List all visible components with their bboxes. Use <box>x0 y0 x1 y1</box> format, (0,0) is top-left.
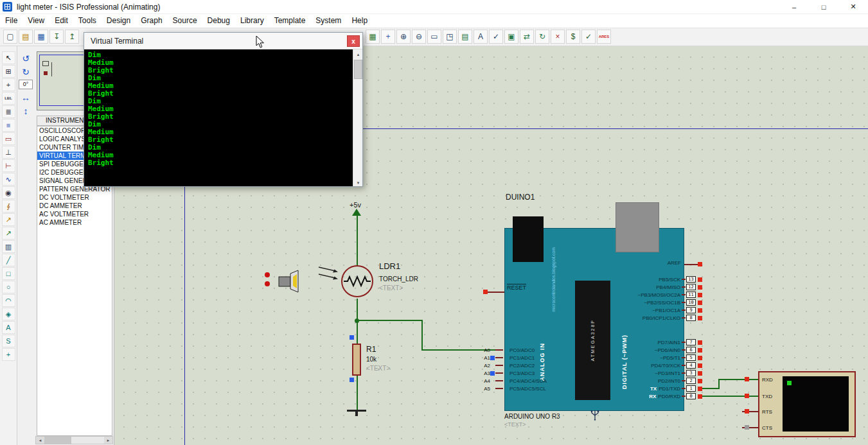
terminal-mode-icon[interactable]: ⊥ <box>2 146 15 159</box>
close-button[interactable]: ✕ <box>838 0 868 13</box>
property-assignment-icon[interactable]: ✓ <box>489 30 503 44</box>
text-script-icon[interactable]: ≣ <box>2 105 15 118</box>
scrollbar-thumb[interactable] <box>354 60 362 79</box>
menu-item[interactable]: Design <box>102 14 136 28</box>
wire[interactable] <box>718 379 720 389</box>
line-2d-icon[interactable]: ╱ <box>2 254 15 266</box>
title-bar[interactable]: light meter - ISIS Professional (Animati… <box>0 0 868 14</box>
torch-increase-button[interactable] <box>265 272 270 277</box>
text-2d-icon[interactable]: A <box>2 321 15 334</box>
instrument-item[interactable]: DC AMMETER <box>37 202 112 210</box>
wire[interactable] <box>357 320 423 321</box>
ldr-component[interactable] <box>341 265 373 297</box>
pin-row[interactable]: PB4/MISO 12 <box>598 283 702 291</box>
component-mode-icon[interactable]: ⊞ <box>2 65 15 78</box>
instrument-item[interactable]: AC AMMETER <box>37 218 112 227</box>
terminal-output-area[interactable]: DimMediumBrightDimMediumBrightDimMediumB… <box>84 49 362 186</box>
wire[interactable] <box>718 379 759 380</box>
find-component-icon[interactable]: A <box>474 30 488 44</box>
origin-icon[interactable]: + <box>381 30 395 44</box>
menu-item[interactable]: Edit <box>49 14 73 28</box>
zoom-all-icon[interactable]: ▭ <box>427 30 441 44</box>
terminal-window-titlebar[interactable]: Virtual Terminal x <box>84 33 362 49</box>
export-icon[interactable]: ↥ <box>65 30 79 44</box>
pin-row[interactable]: A5 PC5/ADC5/SCL <box>479 385 575 392</box>
wire[interactable] <box>421 320 423 351</box>
pin-row[interactable]: ~PB3/MOSI/OC2A 11 <box>598 291 702 299</box>
grid-toggle-icon[interactable]: ▦ <box>366 30 380 44</box>
junction-dot-icon[interactable]: + <box>2 78 15 91</box>
marker-2d-icon[interactable]: + <box>2 348 15 361</box>
menu-item[interactable]: Graph <box>136 14 167 28</box>
menu-item[interactable]: Source <box>168 14 202 28</box>
block-copy-icon[interactable]: ▣ <box>504 30 518 44</box>
rotation-angle-field[interactable]: 0° <box>19 80 33 89</box>
open-file-icon[interactable]: ▤ <box>19 30 33 44</box>
box-2d-icon[interactable]: □ <box>2 267 15 280</box>
scroll-up-icon[interactable]: ▲ <box>353 49 362 59</box>
wire[interactable] <box>357 376 358 410</box>
scrollbar-track[interactable] <box>44 437 104 444</box>
current-probe-icon[interactable]: ↗ <box>2 227 15 240</box>
save-file-icon[interactable]: ▦ <box>34 30 48 44</box>
pin-row[interactable]: ~PD3/INT1 3 <box>591 369 702 377</box>
wire[interactable] <box>702 396 759 397</box>
menu-item[interactable]: Template <box>269 14 311 28</box>
graph-mode-icon[interactable]: ∿ <box>2 173 15 186</box>
scroll-left-icon[interactable]: ◄ <box>36 437 44 444</box>
bom-icon[interactable]: $ <box>566 30 580 44</box>
terminal-close-button[interactable]: x <box>347 35 360 47</box>
menu-item[interactable]: View <box>22 14 49 28</box>
bus-icon[interactable]: ≡ <box>2 119 15 132</box>
pin-row[interactable]: A4 PC4/ADC4/SDA <box>479 377 575 385</box>
pin-row[interactable]: ~PB1/OC1A 9 <box>598 306 702 314</box>
power-terminal[interactable] <box>352 209 361 216</box>
pin-row[interactable]: A2 PC2/ADC2 <box>479 362 575 369</box>
rotate-cw-icon[interactable]: ↻ <box>19 65 33 78</box>
pin-stub[interactable] <box>684 264 698 265</box>
torch-icon[interactable] <box>276 267 307 295</box>
pin-row[interactable]: PB5/SCK 13 <box>598 275 702 283</box>
design-explorer-icon[interactable]: ▤ <box>458 30 472 44</box>
block-delete-icon[interactable]: × <box>551 30 565 44</box>
menu-item[interactable]: Library <box>235 14 269 28</box>
block-rotate-icon[interactable]: ↻ <box>535 30 549 44</box>
generator-icon[interactable]: ∮ <box>2 200 15 213</box>
scrollbar-thumb[interactable] <box>44 437 71 444</box>
reset-pin-stub[interactable] <box>486 292 504 293</box>
import-icon[interactable]: ↧ <box>49 30 64 44</box>
pin-row[interactable]: PD2/INT0 2 <box>591 377 702 385</box>
menu-item[interactable]: Help <box>346 14 373 28</box>
zoom-area-icon[interactable]: ◳ <box>443 30 457 44</box>
mirror-horizontal-icon[interactable]: ↔ <box>19 91 33 104</box>
circle-2d-icon[interactable]: ○ <box>2 281 15 293</box>
mirror-vertical-icon[interactable]: ↕ <box>19 104 33 118</box>
pin-row[interactable]: ~PD5/T1 5 <box>591 354 702 362</box>
erc-icon[interactable]: ✓ <box>581 30 596 44</box>
symbol-2d-icon[interactable]: S <box>2 335 15 347</box>
subcircuit-icon[interactable]: ▭ <box>2 132 15 145</box>
netlist-ares-icon[interactable]: ARES <box>597 30 611 44</box>
path-2d-icon[interactable]: ◈ <box>2 308 15 320</box>
pin-row[interactable]: RX PD0/RXD 0 <box>591 392 702 400</box>
menu-item[interactable]: Tools <box>73 14 102 28</box>
pin-row[interactable]: PD4/T0/XCK 4 <box>591 362 702 369</box>
menu-item[interactable]: Debug <box>202 14 235 28</box>
resistor-component[interactable] <box>352 344 361 376</box>
rotate-ccw-icon[interactable]: ↺ <box>19 51 33 65</box>
pin-row[interactable]: A3 PC3/ADC3 <box>479 369 575 377</box>
scroll-down-icon[interactable]: ▼ <box>353 178 362 186</box>
instrument-item[interactable]: AC VOLTMETER <box>37 210 112 218</box>
zoom-out-icon[interactable]: ⊖ <box>412 30 426 44</box>
tape-recorder-icon[interactable]: ◉ <box>2 186 15 199</box>
pin-row[interactable]: A0 PC0/ADC0 <box>479 346 575 354</box>
voltage-probe-icon[interactable]: ↗ <box>2 213 15 226</box>
wire[interactable] <box>357 216 358 266</box>
instrument-item[interactable]: DC VOLTMETER <box>37 193 112 202</box>
wire-label-icon[interactable]: LBL <box>2 92 15 105</box>
selector-icon[interactable]: ↖ <box>2 51 15 64</box>
block-move-icon[interactable]: ⇄ <box>520 30 534 44</box>
pin-row[interactable]: ~PD6/AIN0 6 <box>591 346 702 354</box>
arc-2d-icon[interactable]: ◠ <box>2 294 15 307</box>
device-pin-icon[interactable]: ⊢ <box>2 159 15 172</box>
